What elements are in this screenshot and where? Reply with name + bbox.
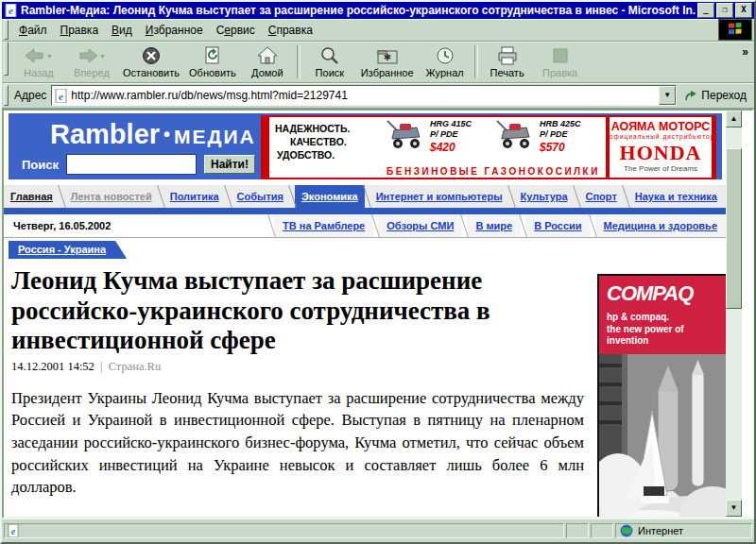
minimize-button[interactable]: _: [697, 3, 714, 18]
menu-file[interactable]: Файл: [12, 22, 54, 39]
find-button[interactable]: Найти!: [204, 155, 255, 174]
status-zone-pane: Интернет: [615, 523, 752, 538]
edit-button[interactable]: Правка: [534, 42, 587, 82]
article-date: 14.12.2001 14:52: [11, 360, 94, 373]
site-search-input[interactable]: [66, 154, 197, 175]
globe-icon: [620, 524, 633, 537]
search-button[interactable]: Поиск: [303, 42, 356, 82]
refresh-button[interactable]: Обновить: [184, 42, 241, 82]
svg-text:e: e: [59, 90, 63, 101]
stop-icon: [142, 46, 161, 65]
menu-bar: Файл Правка Вид Избранное Сервис Справка: [2, 19, 754, 42]
lawnmower-image: [494, 119, 538, 151]
go-button[interactable]: Переход: [677, 89, 754, 102]
tab-sport[interactable]: Спорт: [579, 185, 624, 208]
banner-slogan: НАДЕЖНОСТЬ. КАЧЕСТВО. УДОБСТВО.: [269, 117, 381, 178]
favorites-icon: ✱: [377, 47, 398, 64]
lawnmower-image: [385, 119, 428, 151]
toolbar-separator: [297, 45, 301, 78]
tab-kultura[interactable]: Культура: [514, 185, 575, 208]
scroll-up-button[interactable]: ▲: [726, 110, 742, 128]
nav-tabs-row1: Главная Лента новостей Политика События …: [4, 185, 726, 208]
tab-glavnaya[interactable]: Главная: [4, 185, 60, 208]
web-page: Rambler•МЕДИА Поиск Найти! НАДЕЖНОСТЬ. К…: [4, 110, 726, 517]
status-bar: e Интернет: [2, 518, 754, 542]
stop-button[interactable]: Остановить: [118, 42, 184, 82]
tab-ekonomika[interactable]: Экономика: [295, 185, 365, 208]
address-dropdown-button[interactable]: ▼: [659, 86, 676, 105]
tab-tv-na-ramblere[interactable]: ТВ на Рамблере: [274, 214, 373, 237]
status-main-pane: e: [4, 523, 564, 538]
scrollbar-track[interactable]: [726, 128, 742, 500]
go-label: Переход: [701, 89, 747, 102]
space-shuttle-image: [599, 354, 726, 517]
tab-meditsina-i-zdorovye[interactable]: Медицина и здоровье: [595, 214, 726, 237]
address-input[interactable]: [71, 88, 659, 103]
toolbar-grip[interactable]: [4, 42, 9, 76]
tab-v-mire[interactable]: В мире: [467, 214, 521, 237]
article-source: Страна.Ru: [109, 360, 162, 373]
forward-button[interactable]: ▼ Вперед: [65, 42, 118, 82]
vertical-scrollbar: ▲ ▼: [726, 110, 742, 517]
toolbar: ▼ Назад ▼ Вперед Остановить Обновить Дом…: [2, 42, 754, 83]
window-title: Rambler-Медиа: Леонид Кучма выступает за…: [21, 4, 696, 17]
history-button[interactable]: Журнал: [419, 42, 472, 82]
section-tab-rossiya-ukraina[interactable]: Россия - Украина: [9, 241, 127, 259]
blue-divider-bar: [4, 208, 726, 214]
back-arrow-icon: [25, 47, 45, 64]
scroll-down-button[interactable]: ▼: [726, 500, 742, 517]
favorites-button[interactable]: ✱ Избранное: [356, 42, 419, 82]
tab-politika[interactable]: Политика: [163, 185, 226, 208]
article: Леонид Кучма выступает за расширение рос…: [11, 264, 584, 517]
addressbar-grip[interactable]: [4, 85, 9, 107]
compaq-logo: COMPAQ: [607, 283, 722, 304]
nav-tabs-row2: Четверг, 16.05.2002 ТВ на Рамблере Обзор…: [4, 214, 726, 238]
honda-section: АОЯМА МОТОРС официальный дистрибьютор HO…: [610, 117, 712, 178]
compaq-ad[interactable]: COMPAQ hp & compaq. the new power of inv…: [597, 274, 726, 517]
browser-viewport: Rambler•МЕДИА Поиск Найти! НАДЕЖНОСТЬ. К…: [2, 109, 754, 518]
tab-lenta-novostey[interactable]: Лента новостей: [64, 185, 159, 208]
banner-ad[interactable]: НАДЕЖНОСТЬ. КАЧЕСТВО. УДОБСТВО.: [261, 115, 716, 179]
address-field: e ▼: [51, 85, 677, 106]
tab-internet-i-kompyutery[interactable]: Интернет и компьютеры: [369, 185, 509, 208]
toolbar-overflow-chevron[interactable]: »: [736, 42, 754, 62]
menubar-grip[interactable]: [4, 20, 9, 39]
print-button[interactable]: Печать: [481, 42, 534, 82]
home-button[interactable]: Домой: [241, 42, 294, 82]
tab-v-rossii[interactable]: В России: [525, 214, 590, 237]
rambler-header: Rambler•МЕДИА Поиск Найти! НАДЕЖНОСТЬ. К…: [9, 113, 722, 179]
address-bar: Адрес e ▼ Переход: [2, 83, 754, 109]
close-button[interactable]: X: [735, 3, 752, 18]
svg-text:✱: ✱: [384, 52, 391, 62]
browser-window: e Rambler-Медиа: Леонид Кучма выступает …: [0, 0, 756, 544]
menu-help[interactable]: Справка: [262, 22, 319, 39]
back-button[interactable]: ▼ Назад: [12, 42, 65, 82]
ie-page-icon: e: [8, 524, 19, 537]
banner-footer-text: БЕНЗИНОВЫЕ ГАЗОНОКОСИЛКИ: [381, 166, 606, 177]
menu-edit[interactable]: Правка: [54, 22, 106, 39]
print-icon: [497, 46, 518, 65]
restore-button[interactable]: ❐: [716, 3, 733, 18]
windows-logo-throbber: [718, 19, 752, 41]
scrollbar-thumb[interactable]: [726, 148, 742, 309]
menu-tools[interactable]: Сервис: [210, 22, 262, 39]
menu-favorites[interactable]: Избранное: [139, 22, 210, 39]
compaq-ad-header: COMPAQ hp & compaq. the new power of inv…: [599, 276, 726, 354]
connection-status: Интернет: [638, 525, 683, 536]
home-icon: [257, 46, 278, 65]
article-paragraph-1: Президент Украины Леонид Кучма выступает…: [11, 387, 584, 499]
title-bar: e Rambler-Медиа: Леонид Кучма выступает …: [2, 2, 754, 19]
tab-nauka-i-tekhnika[interactable]: Наука и техника: [628, 185, 724, 208]
menu-view[interactable]: Вид: [105, 22, 139, 39]
current-date: Четверг, 16.05.2002: [4, 214, 111, 237]
edit-icon: [551, 46, 570, 65]
ie-icon: e: [5, 4, 18, 17]
svg-text:e: e: [9, 5, 13, 16]
go-icon: [684, 90, 697, 102]
search-label: Поиск: [22, 158, 59, 172]
article-title: Леонид Кучма выступает за расширение рос…: [11, 266, 584, 356]
banner-products: HRG 415C P/ PDE $420: [381, 117, 606, 178]
tab-sobytiya[interactable]: События: [231, 185, 290, 208]
refresh-icon: [204, 46, 221, 65]
tab-obzory-smi[interactable]: Обзоры СМИ: [378, 214, 462, 237]
